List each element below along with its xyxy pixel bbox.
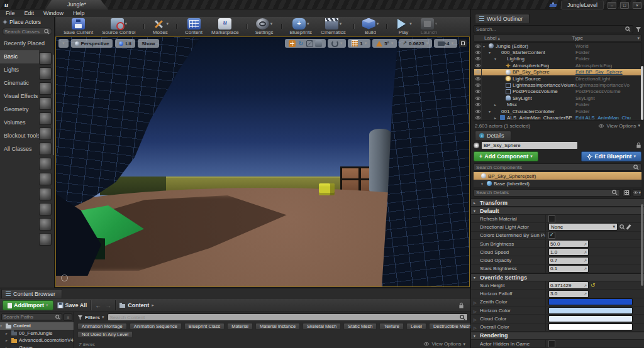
place-actors-category[interactable]: Volumes xyxy=(0,116,39,129)
component-row[interactable]: BP_Sky_Sphere(self) xyxy=(474,172,641,180)
place-actors-scrollbar[interactable] xyxy=(53,55,54,155)
rotation-snap-button[interactable]: 5°▾ xyxy=(372,39,397,48)
expand-arrow[interactable]: ▸ xyxy=(494,116,498,120)
property-section-header[interactable]: ▾ Rendering xyxy=(471,332,644,340)
place-actors-category[interactable]: Recently Placed xyxy=(0,37,39,50)
tab-details[interactable]: iDetails xyxy=(475,131,511,140)
visibility-eye-icon[interactable] xyxy=(474,95,482,101)
tab-content-browser[interactable]: Content Browser xyxy=(1,289,62,298)
number-field[interactable]: 3.0↗ xyxy=(549,291,588,297)
project-tab[interactable]: Jungle* xyxy=(45,0,108,9)
outliner-scrollbar[interactable] xyxy=(641,66,643,120)
filter-chip[interactable]: Texture xyxy=(379,323,404,330)
toolbar-button[interactable]: ▾ Launch xyxy=(416,18,442,35)
actor-thumbnail[interactable] xyxy=(39,112,52,125)
outliner-column-headers[interactable]: Label ▴ Type ▾ xyxy=(474,35,641,41)
search-classes-input[interactable] xyxy=(4,29,44,35)
toolbar-button[interactable]: ▾ Play xyxy=(391,18,416,35)
add-import-button[interactable]: Add/Import▾ xyxy=(3,300,53,310)
filter-chip[interactable]: Static Mesh xyxy=(343,323,377,330)
place-actors-category[interactable]: Basic xyxy=(0,50,39,63)
outliner-search-input[interactable] xyxy=(476,26,625,32)
scale-snap-button[interactable]: ↗0.0625▾ xyxy=(399,39,432,48)
close-button[interactable]: × xyxy=(633,2,641,9)
toolbar-button[interactable]: Save Current xyxy=(59,18,97,35)
filter-chip[interactable]: Blueprint Class xyxy=(184,323,225,330)
toolbar-button[interactable]: ▾ Modes xyxy=(148,18,177,35)
outliner-row[interactable]: LightmassImportanceVolume LightmassImpor… xyxy=(474,82,641,88)
outliner-row[interactable]: ▾ Jungle (Editor) World xyxy=(474,43,641,49)
toolbar-button[interactable]: Content xyxy=(180,18,207,35)
drag-handle-icon[interactable]: ↗ xyxy=(584,242,587,246)
filter-chip[interactable]: Skeletal Mesh xyxy=(303,323,341,330)
expand-arrow[interactable]: ▷ xyxy=(474,300,477,305)
actor-thumbnail[interactable] xyxy=(39,233,52,246)
eyedropper-icon[interactable] xyxy=(626,224,631,230)
menu-item[interactable]: Help xyxy=(73,10,85,16)
actor-type[interactable]: Folder xyxy=(575,50,641,55)
surface-snapping-button[interactable]: ▾ xyxy=(328,39,347,48)
outliner-row[interactable]: ▾ 000_StarterContent Folder xyxy=(474,49,641,55)
actor-type[interactable]: SkyLight xyxy=(575,95,641,101)
world-local-toggle-icon[interactable] xyxy=(315,40,322,47)
expand-arrow[interactable]: ▷ xyxy=(474,317,477,322)
color-swatch[interactable] xyxy=(549,316,632,322)
actor-type[interactable]: DirectionalLight xyxy=(575,76,641,82)
search-paths-input[interactable] xyxy=(3,314,55,320)
content-view-options[interactable]: View Options▾ xyxy=(423,341,465,347)
filter-chip[interactable]: Material Instance xyxy=(255,323,300,330)
visibility-eye-icon[interactable] xyxy=(474,43,482,49)
minimize-button[interactable]: – xyxy=(608,2,616,9)
actor-thumbnail[interactable] xyxy=(39,218,52,231)
maximize-viewport-button[interactable] xyxy=(459,40,467,47)
place-actors-category[interactable]: Cinematic xyxy=(0,77,39,90)
outliner-row[interactable]: ▾ 001_CharacterContoller Folder xyxy=(474,108,641,114)
drag-handle-icon[interactable]: ↗ xyxy=(584,250,587,254)
visibility-eye-icon[interactable] xyxy=(474,108,482,114)
number-field[interactable]: 0.7↗ xyxy=(549,258,588,264)
search-classes-field[interactable] xyxy=(2,28,52,35)
filter-chip[interactable]: Level xyxy=(406,323,426,330)
actor-name-field[interactable] xyxy=(482,142,577,149)
lit-mode-button[interactable]: Lit xyxy=(115,39,135,48)
perspective-button[interactable]: Perspective xyxy=(71,39,113,48)
actor-thumbnail[interactable] xyxy=(39,158,52,170)
menu-item[interactable]: Window xyxy=(43,10,64,16)
component-row[interactable]: ▾ Base (Inherited) xyxy=(474,180,641,187)
expand-arrow[interactable]: ▷ xyxy=(474,325,477,330)
visibility-eye-icon[interactable] xyxy=(474,49,482,55)
visibility-eye-icon[interactable] xyxy=(474,75,482,82)
expand-arrow[interactable]: ▸ xyxy=(494,102,498,107)
save-all-button[interactable]: Save All xyxy=(57,302,87,308)
filter-chip[interactable]: Animation Montage xyxy=(77,323,127,330)
color-swatch[interactable] xyxy=(549,308,632,313)
outliner-view-options[interactable]: View Options▾ xyxy=(598,123,640,129)
toolbar-button[interactable]: ▾ Blueprints xyxy=(286,18,317,35)
folder-tree-row[interactable]: ▸ AdvancedLocomotionV4 xyxy=(0,337,74,344)
visibility-eye-icon[interactable] xyxy=(474,62,482,68)
visibility-eye-icon[interactable] xyxy=(474,82,482,88)
outliner-search-field[interactable] xyxy=(474,25,633,33)
outliner-row[interactable]: ▾ Lighting Folder xyxy=(474,56,641,62)
checkbox[interactable] xyxy=(549,341,555,347)
actor-thumbnail[interactable] xyxy=(39,97,52,110)
filter-chip[interactable]: Material xyxy=(227,323,253,330)
number-field[interactable]: 1.0↗ xyxy=(549,249,588,255)
actor-type[interactable]: Folder xyxy=(575,109,641,114)
breadcrumb[interactable]: Content ▸ xyxy=(119,302,154,308)
search-content-field[interactable] xyxy=(108,313,468,321)
grid-snap-button[interactable]: 1▾ xyxy=(348,39,370,48)
expand-arrow[interactable]: ▾ xyxy=(483,44,487,48)
dropdown-field[interactable]: None▾ xyxy=(549,224,617,230)
actor-type[interactable]: Edit BP_Sky_Sphere xyxy=(575,69,641,75)
lock-icon[interactable] xyxy=(458,302,464,309)
folder-tree-row[interactable]: ▸ Game xyxy=(0,344,74,348)
display-filter-button[interactable]: ▾ xyxy=(633,189,641,197)
outliner-row[interactable]: SkyLight SkyLight xyxy=(474,95,641,101)
tab-world-outliner[interactable]: World Outliner xyxy=(475,14,530,23)
visibility-eye-icon[interactable] xyxy=(474,56,482,62)
scale-tool-icon[interactable] xyxy=(306,40,313,47)
outliner-row[interactable]: BP_Sky_Sphere Edit BP_Sky_Sphere xyxy=(474,69,641,75)
chevron-down-icon[interactable]: ▾ xyxy=(637,36,640,41)
expand-arrow[interactable]: ▾ xyxy=(489,50,492,55)
